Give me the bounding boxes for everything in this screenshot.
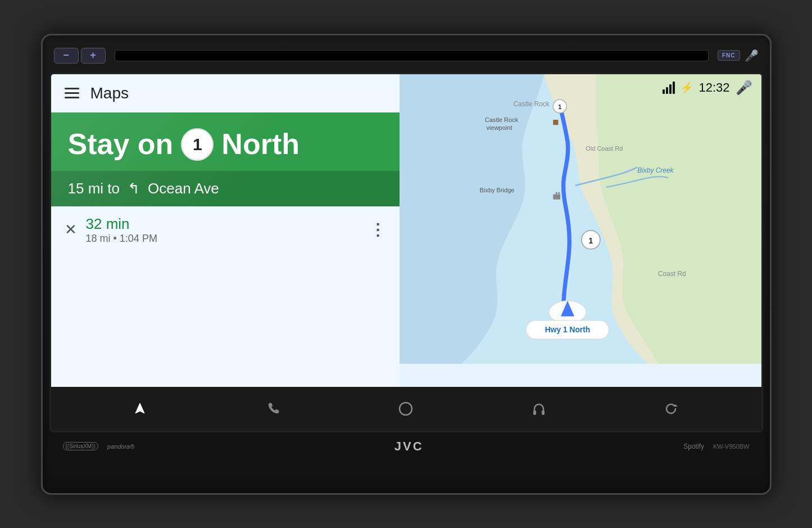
right-brand-logos: Spotify KW-V950BW xyxy=(683,443,749,450)
status-mic-icon: 🎤 xyxy=(736,80,752,96)
menu-button[interactable] xyxy=(65,88,79,98)
svg-text:viewpoint: viewpoint xyxy=(486,124,512,131)
screen-content: Maps Stay on 1 North 15 mi to ↰ Ocean Av… xyxy=(51,74,761,431)
volume-down-button[interactable]: − xyxy=(54,48,79,64)
unit-bottom-bar: ((SiriusXM)) pandora® JVC Spotify KW-V95… xyxy=(49,432,763,456)
navigation-card: Stay on 1 North 15 mi to ↰ Ocean Ave xyxy=(51,112,400,206)
cancel-navigation-button[interactable]: ✕ xyxy=(65,221,77,238)
svg-text:Old Coast Rd: Old Coast Rd xyxy=(586,145,623,152)
eta-bar: ✕ 32 min 18 mi • 1:04 PM ⋮ xyxy=(51,206,400,254)
battery-icon: ⚡ xyxy=(681,82,693,94)
mic-icon: 🎤 xyxy=(745,49,759,62)
maps-title: Maps xyxy=(90,84,129,102)
top-right-controls: FNC 🎤 xyxy=(718,49,759,62)
time-display: 12:32 xyxy=(698,80,729,95)
maps-header: Maps xyxy=(51,74,400,112)
siriusxm-logo: ((SiriusXM)) xyxy=(63,442,98,450)
next-turn-distance: 15 mi to xyxy=(68,180,120,197)
model-number: KW-V950BW xyxy=(713,443,750,450)
next-turn-street: Ocean Ave xyxy=(148,180,219,197)
svg-text:1: 1 xyxy=(558,103,561,110)
eta-separator: • xyxy=(114,233,120,244)
taskbar-back-button[interactable] xyxy=(658,395,686,423)
eta-info: 32 min 18 mi • 1:04 PM xyxy=(86,215,361,245)
car-unit: − + FNC 🎤 Maps xyxy=(41,34,772,495)
spotify-logo: Spotify xyxy=(683,443,704,450)
eta-details: 18 mi • 1:04 PM xyxy=(86,233,361,245)
route-number-badge: 1 xyxy=(181,128,214,161)
svg-rect-9 xyxy=(555,192,557,194)
status-bar: ⚡ 12:32 🎤 xyxy=(663,80,752,96)
taskbar-home-button[interactable] xyxy=(392,395,420,423)
left-brand-logos: ((SiriusXM)) pandora® xyxy=(63,442,135,450)
taskbar xyxy=(51,387,761,431)
taskbar-navigation-button[interactable] xyxy=(126,395,154,423)
pandora-logo: pandora® xyxy=(107,443,134,450)
svg-rect-21 xyxy=(533,410,536,415)
jvc-brand: JVC xyxy=(394,439,424,454)
hardware-top-bar: − + FNC 🎤 xyxy=(49,42,763,69)
screen-bezel: Maps Stay on 1 North 15 mi to ↰ Ocean Av… xyxy=(49,73,763,432)
map-panel[interactable]: Castle Rock Castle Rock viewpoint Old Co… xyxy=(400,74,761,387)
disc-slot xyxy=(115,50,709,61)
svg-text:Bixby Creek: Bixby Creek xyxy=(637,166,674,174)
svg-text:Castle Rock: Castle Rock xyxy=(484,116,518,123)
svg-point-20 xyxy=(400,403,412,415)
svg-text:Coast Rd: Coast Rd xyxy=(657,269,686,277)
svg-text:1: 1 xyxy=(588,236,593,245)
volume-up-button[interactable]: + xyxy=(81,48,106,64)
direction-text: North xyxy=(221,128,300,160)
instruction-text: Stay on xyxy=(68,128,174,160)
next-turn-info: 15 mi to ↰ Ocean Ave xyxy=(51,171,400,206)
svg-rect-4 xyxy=(553,119,558,124)
svg-text:Castle Rock: Castle Rock xyxy=(513,100,549,108)
svg-rect-10 xyxy=(558,192,560,194)
volume-controls: − + xyxy=(54,48,106,64)
taskbar-music-button[interactable] xyxy=(525,395,553,423)
map-svg: Castle Rock Castle Rock viewpoint Old Co… xyxy=(400,74,761,364)
eta-time: 32 min xyxy=(86,215,361,233)
svg-text:Bixby Bridge: Bixby Bridge xyxy=(479,186,514,193)
eta-arrival: 1:04 PM xyxy=(120,233,157,244)
android-auto-main: Maps Stay on 1 North 15 mi to ↰ Ocean Av… xyxy=(51,74,761,387)
svg-rect-22 xyxy=(542,410,545,415)
svg-rect-8 xyxy=(553,194,560,199)
fnc-button[interactable]: FNC xyxy=(718,50,740,61)
svg-text:Hwy 1 North: Hwy 1 North xyxy=(545,326,589,334)
taskbar-phone-button[interactable] xyxy=(259,395,287,423)
signal-icon xyxy=(663,82,675,94)
eta-distance: 18 mi xyxy=(86,233,111,244)
more-options-button[interactable]: ⋮ xyxy=(370,220,386,239)
left-panel: Maps Stay on 1 North 15 mi to ↰ Ocean Av… xyxy=(51,74,400,387)
turn-arrow-icon: ↰ xyxy=(128,180,140,197)
direction-line: Stay on 1 North xyxy=(68,128,383,161)
